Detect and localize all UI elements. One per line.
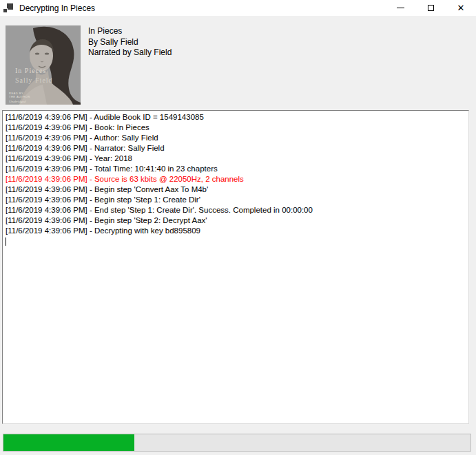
cover-readby-text: READ BY THE AUTHOR (9, 92, 30, 98)
book-author: By Sally Field (88, 37, 172, 48)
progress-bar (3, 434, 471, 452)
app-icon[interactable] (3, 3, 14, 14)
app-icon-square-small (3, 8, 8, 13)
cover-edition-text: Unabridged (9, 100, 25, 103)
window-title: Decrypting In Pieces (19, 3, 95, 13)
log-line: [11/6/2019 4:39:06 PM] - End step 'Step … (6, 205, 467, 215)
log-line: [11/6/2019 4:39:06 PM] - Year: 2018 (6, 154, 467, 164)
log-line: [11/6/2019 4:39:06 PM] - Begin step 'Ste… (6, 195, 467, 205)
cover-author-text: Sally Field (15, 76, 53, 84)
book-title: In Pieces (88, 26, 172, 37)
cover-title-text: In Pieces (15, 67, 46, 74)
log-line: [11/6/2019 4:39:06 PM] - Total Time: 10:… (6, 164, 467, 174)
log-line: [11/6/2019 4:39:06 PM] - Narrator: Sally… (6, 143, 467, 154)
log-lines: [11/6/2019 4:39:06 PM] - Audible Book ID… (6, 112, 467, 236)
progress-fill (3, 434, 134, 451)
text-caret (6, 237, 6, 246)
log-line: [11/6/2019 4:39:06 PM] - Begin step 'Con… (6, 184, 467, 195)
maximize-button[interactable] (415, 0, 446, 16)
book-info: In Pieces By Sally Field Narrated by Sal… (88, 26, 172, 59)
title-bar[interactable]: Decrypting In Pieces ✕ (0, 0, 476, 16)
log-line: [11/6/2019 4:39:06 PM] - Book: In Pieces (6, 123, 467, 133)
log-line: [11/6/2019 4:39:06 PM] - Begin step 'Ste… (6, 215, 467, 226)
maximize-icon (428, 5, 434, 11)
minimize-icon (397, 8, 404, 8)
book-cover: In Pieces Sally Field READ BY THE AUTHOR… (6, 25, 81, 105)
minimize-button[interactable] (385, 0, 415, 16)
close-button[interactable]: ✕ (446, 0, 476, 16)
window-controls: ✕ (385, 0, 476, 16)
app-icon-square-large (7, 3, 13, 10)
log-line: [11/6/2019 4:39:06 PM] - Author: Sally F… (6, 133, 467, 143)
log-line: [11/6/2019 4:39:06 PM] - Audible Book ID… (6, 112, 467, 123)
log-line: [11/6/2019 4:39:06 PM] - Decrypting with… (6, 226, 467, 236)
book-narrator: Narrated by Sally Field (88, 47, 172, 59)
decrypt-window: { "window": { "title": "Decrypting In Pi… (0, 0, 476, 455)
log-textbox[interactable]: [11/6/2019 4:39:06 PM] - Audible Book ID… (2, 110, 469, 424)
log-line: [11/6/2019 4:39:06 PM] - Source is 63 kb… (6, 174, 467, 184)
